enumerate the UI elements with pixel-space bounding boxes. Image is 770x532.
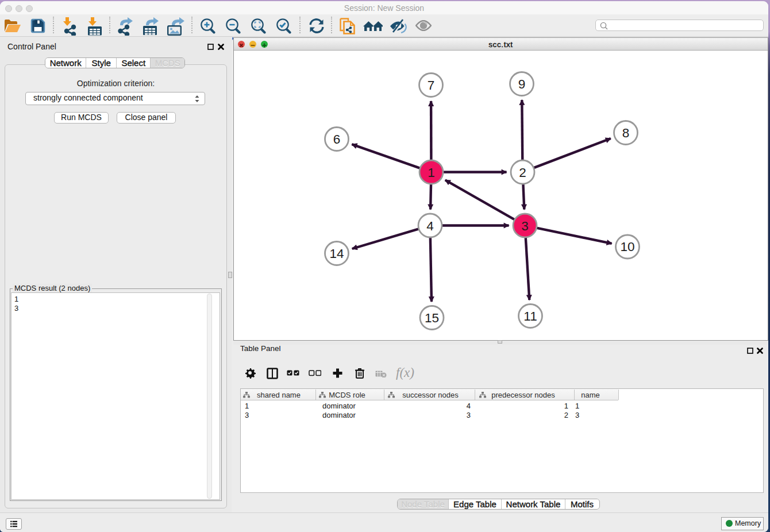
- svg-text:1: 1: [428, 165, 435, 180]
- svg-text:6: 6: [333, 132, 341, 147]
- svg-text:4: 4: [426, 219, 434, 233]
- svg-text:15: 15: [425, 311, 439, 325]
- svg-text:8: 8: [622, 126, 630, 140]
- svg-text:11: 11: [523, 309, 537, 323]
- svg-text:7: 7: [428, 78, 435, 92]
- svg-text:10: 10: [620, 240, 634, 254]
- svg-text:2: 2: [519, 165, 526, 180]
- svg-text:3: 3: [521, 219, 529, 233]
- svg-text:9: 9: [518, 77, 526, 91]
- svg-text:14: 14: [329, 246, 344, 261]
